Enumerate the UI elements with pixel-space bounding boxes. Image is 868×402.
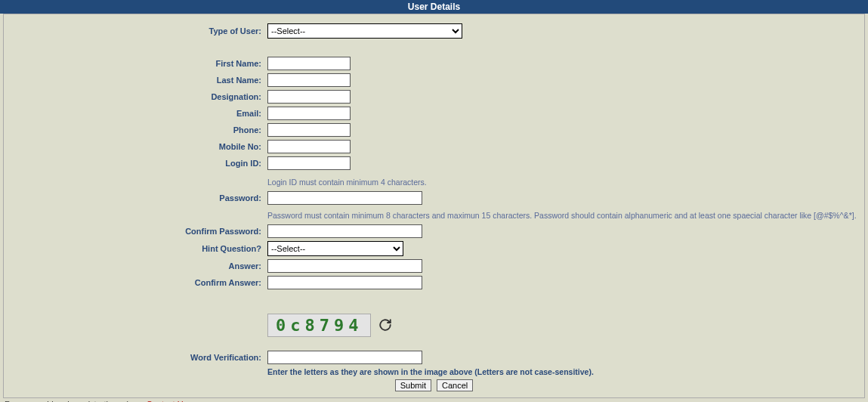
label-login-id: Login ID: bbox=[4, 155, 264, 172]
label-email: Email: bbox=[4, 105, 264, 122]
label-phone: Phone: bbox=[4, 122, 264, 138]
email-input[interactable] bbox=[267, 107, 351, 120]
form-container: Type of User: --Select-- First Name: Las… bbox=[3, 14, 865, 398]
confirm-answer-input[interactable] bbox=[267, 276, 422, 289]
label-answer: Answer: bbox=[4, 258, 264, 274]
footer: For any problem in registration, pleaseC… bbox=[0, 398, 868, 402]
form-table: Type of User: --Select-- First Name: Las… bbox=[4, 22, 864, 393]
label-word-verification: Word Verification: bbox=[4, 349, 264, 366]
answer-input[interactable] bbox=[267, 259, 422, 273]
label-first-name: First Name: bbox=[4, 55, 264, 72]
refresh-captcha-icon[interactable] bbox=[378, 318, 392, 333]
submit-button[interactable]: Submit bbox=[395, 379, 431, 391]
captcha-image: 0c8794 bbox=[267, 314, 371, 337]
label-hint-question: Hint Question? bbox=[4, 240, 264, 258]
label-type-of-user: Type of User: bbox=[4, 22, 264, 40]
login-id-hint: Login ID must contain minimum 4 characte… bbox=[264, 172, 864, 190]
confirm-password-input[interactable] bbox=[267, 224, 422, 238]
password-hint: Password must contain minimum 8 characte… bbox=[264, 206, 864, 223]
hint-question-select[interactable]: --Select-- bbox=[267, 241, 403, 256]
phone-input[interactable] bbox=[267, 123, 351, 137]
label-confirm-answer: Confirm Answer: bbox=[4, 274, 264, 291]
password-input[interactable] bbox=[267, 191, 422, 205]
type-of-user-select[interactable]: --Select-- bbox=[267, 23, 462, 39]
cancel-button[interactable]: Cancel bbox=[437, 379, 473, 391]
label-last-name: Last Name: bbox=[4, 72, 264, 88]
label-mobile: Mobile No: bbox=[4, 138, 264, 155]
login-id-input[interactable] bbox=[267, 156, 351, 170]
page-header: User Details bbox=[0, 0, 868, 14]
last-name-input[interactable] bbox=[267, 73, 351, 87]
word-verification-input[interactable] bbox=[267, 351, 422, 364]
page-title: User Details bbox=[408, 2, 460, 12]
label-designation: Designation: bbox=[4, 88, 264, 105]
label-password: Password: bbox=[4, 190, 264, 206]
mobile-input[interactable] bbox=[267, 140, 351, 153]
label-confirm-password: Confirm Password: bbox=[4, 223, 264, 240]
first-name-input[interactable] bbox=[267, 57, 351, 70]
designation-input[interactable] bbox=[267, 90, 351, 104]
word-verification-hint: Enter the letters as they are shown in t… bbox=[264, 366, 864, 378]
